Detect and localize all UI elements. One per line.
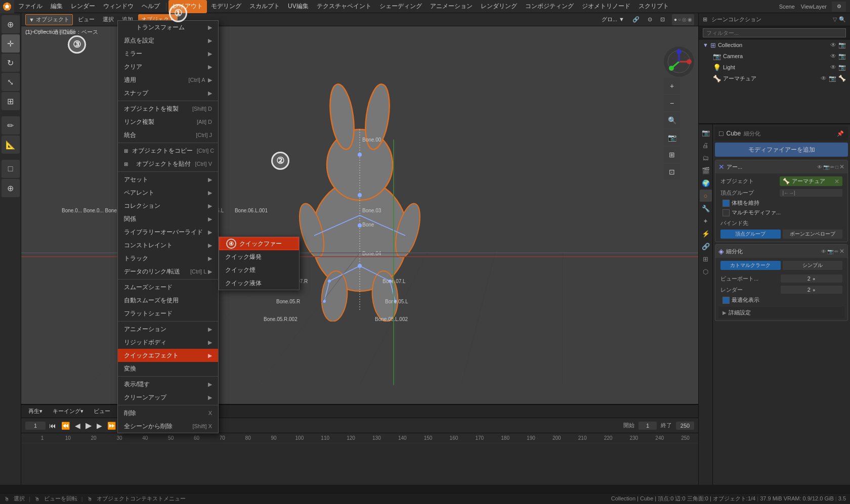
render-engine-selector[interactable]: ⚙ xyxy=(832,2,846,12)
light-visibility-icon[interactable]: 👁 xyxy=(830,64,836,71)
multi-modifier-checkbox[interactable] xyxy=(722,209,730,216)
subdiv-render-btn[interactable]: 📷 xyxy=(827,248,833,255)
workspace-rendering[interactable]: レンダリング xyxy=(477,0,521,13)
armature-modifier-header[interactable]: ✕ アー... 👁 📷 ✏ □ ✕ xyxy=(715,160,847,173)
vp-wireframe[interactable]: ⊡ xyxy=(664,164,680,180)
menu-snap[interactable]: スナップ ▶ xyxy=(118,86,218,100)
workspace-layout[interactable]: レイアウト xyxy=(168,0,207,13)
menu-render[interactable]: レンダー xyxy=(67,0,99,13)
outliner-filter-btn[interactable]: ▽ xyxy=(833,16,837,23)
vp-search[interactable]: 🔍 xyxy=(664,112,680,128)
subdivision-modifier-header[interactable]: ◈ 細分化 👁 📷 ✏ ✕ xyxy=(715,245,847,258)
viewport-snap[interactable]: 🔗 xyxy=(629,14,643,25)
menu-copy-object[interactable]: ⊞ オブジェクトをコピー [Ctrl] C xyxy=(118,144,218,157)
props-tab-constraints[interactable]: 🔗 xyxy=(700,240,712,252)
viewport-global-local[interactable]: グロ... ▼ xyxy=(599,14,627,25)
armature-visibility-icon[interactable]: 👁 xyxy=(821,75,827,82)
props-pin-btn[interactable]: 📌 xyxy=(837,130,844,137)
menu-asset[interactable]: アセット ▶ xyxy=(118,173,218,186)
next-keyframe-btn[interactable]: ⏩ xyxy=(106,422,117,430)
props-tab-scene[interactable]: 🎬 xyxy=(700,164,712,176)
props-tab-world[interactable]: 🌍 xyxy=(700,177,712,189)
subdiv-edit-btn[interactable]: ✏ xyxy=(834,248,838,255)
add-tool[interactable]: ⊕ xyxy=(2,179,20,197)
menu-edit[interactable]: 編集 xyxy=(47,0,67,13)
props-tab-view-layer[interactable]: 🗂 xyxy=(700,152,712,164)
menu-data-link[interactable]: データのリンク/転送 [Ctrl] L ▶ xyxy=(118,265,218,278)
collection-visibility-icon[interactable]: 👁 xyxy=(830,41,836,49)
viewport-menu-view[interactable]: ビュー xyxy=(75,14,98,25)
menu-delete[interactable]: 削除 X xyxy=(118,406,218,420)
prev-frame-btn[interactable]: ◀ xyxy=(73,422,82,430)
props-tab-data[interactable]: ⊞ xyxy=(700,253,712,265)
start-frame-input[interactable]: 1 xyxy=(639,422,657,430)
vertex-group-value[interactable]: |←→| xyxy=(780,189,843,197)
menu-join[interactable]: 統合 [Ctrl] J xyxy=(118,128,218,142)
workspace-geometry[interactable]: ジオメトリノード xyxy=(578,0,634,13)
menu-set-origin[interactable]: 原点を設定 ▶ xyxy=(118,34,218,47)
prev-keyframe-btn[interactable]: ⏪ xyxy=(60,422,71,430)
submenu-quick-smoke[interactable]: クイック煙 xyxy=(219,263,299,277)
outliner-search-input[interactable] xyxy=(703,28,846,37)
workspace-texture[interactable]: テクスチャペイント xyxy=(313,0,375,13)
workspace-shading[interactable]: シェーディング xyxy=(375,0,426,13)
props-tab-output[interactable]: 🖨 xyxy=(700,139,712,151)
menu-animation[interactable]: アニメーション ▶ xyxy=(118,323,218,336)
add-modifier-btn[interactable]: モディファイアーを追加 xyxy=(715,143,848,157)
armature-object-value[interactable]: 🦴 アーマチュア ✕ xyxy=(780,176,843,186)
outliner-camera[interactable]: 📷 Camera 👁 📷 xyxy=(699,51,850,62)
move-tool[interactable]: ✛ xyxy=(2,34,20,53)
timeline-playback-menu[interactable]: 再生▾ xyxy=(25,406,46,417)
jump-start-btn[interactable]: ⏮ xyxy=(48,422,58,430)
mod-realtime-btn[interactable]: 👁 xyxy=(817,163,822,170)
menu-apply[interactable]: 適用 [Ctrl] A ▶ xyxy=(118,73,218,86)
bind-bone-envelope-btn[interactable]: ボーンエンベロープ xyxy=(783,230,843,239)
catmull-clark-btn[interactable]: カトマルクラーク xyxy=(720,261,781,270)
camera-render-icon[interactable]: 📷 xyxy=(838,53,846,60)
render-mode-solid[interactable]: ● xyxy=(674,17,677,22)
add-cube-tool[interactable]: □ xyxy=(2,160,20,178)
menu-auto-smooth[interactable]: 自動スムーズを使用 xyxy=(118,294,218,307)
props-tab-object[interactable]: ○ xyxy=(700,190,712,202)
outliner-search-btn[interactable]: 🔍 xyxy=(839,16,846,23)
current-frame-input[interactable]: 1 xyxy=(25,422,46,430)
preserve-volume-checkbox[interactable] xyxy=(722,200,730,207)
menu-window[interactable]: ウィンドウ xyxy=(99,0,138,13)
menu-delete-all-scenes[interactable]: 全シーンから削除 [Shift] X xyxy=(118,420,218,433)
armature-extra-icon[interactable]: 🦴 xyxy=(838,75,846,82)
viewport-levels-value[interactable]: 2 ● xyxy=(781,274,843,283)
props-tab-render[interactable]: 📷 xyxy=(700,126,712,139)
transform-tool[interactable]: ⊞ xyxy=(2,92,20,110)
viewport-proportional[interactable]: ⊙ xyxy=(645,14,655,25)
vp-frame-all[interactable]: ⊞ xyxy=(664,147,680,163)
workspace-uv[interactable]: UV編集 xyxy=(284,0,313,13)
simple-btn[interactable]: シンプル xyxy=(783,261,843,270)
render-mode-wire[interactable]: ○ xyxy=(678,17,681,22)
props-tab-particle[interactable]: ✦ xyxy=(700,215,712,227)
cursor-tool[interactable]: ⊕ xyxy=(2,15,20,33)
menu-clear[interactable]: クリア ▶ xyxy=(118,60,218,73)
play-btn[interactable]: ▶ xyxy=(84,421,93,430)
props-tab-modifier[interactable]: 🔧 xyxy=(700,202,712,214)
render-levels-value[interactable]: 2 ● xyxy=(781,286,843,294)
collection-render-icon[interactable]: 📷 xyxy=(838,41,846,49)
workspace-sculpt[interactable]: スカルプト xyxy=(245,0,284,13)
menu-link-duplicate[interactable]: リンク複製 [Alt] D xyxy=(118,115,218,128)
outliner-collection[interactable]: ▼ ⊞ Collection 👁 📷 xyxy=(699,39,850,51)
render-mode-rendered[interactable]: ◉ xyxy=(688,17,692,22)
menu-smooth-shade[interactable]: スムーズシェード xyxy=(118,281,218,294)
optimal-display-checkbox[interactable] xyxy=(722,297,730,304)
props-tab-physics[interactable]: ⚡ xyxy=(700,227,712,240)
viewport-transform-pivot[interactable]: ⊡ xyxy=(657,14,668,25)
workspace-script[interactable]: スクリプト xyxy=(634,0,673,13)
menu-track[interactable]: トラック ▶ xyxy=(118,252,218,265)
menu-cleanup[interactable]: クリーンアップ ▶ xyxy=(118,391,218,404)
menu-constraint[interactable]: コンストレイント ▶ xyxy=(118,239,218,252)
menu-rigid-body[interactable]: リジッドボディ ▶ xyxy=(118,336,218,349)
detail-settings-toggle[interactable]: ▶ 詳細設定 xyxy=(718,307,844,318)
menu-paste-object[interactable]: ⊞ オブジェクトを貼付 [Ctrl] V xyxy=(118,157,218,170)
menu-convert[interactable]: 変換 xyxy=(118,362,218,375)
vp-zoom-out[interactable]: − xyxy=(664,95,680,111)
mod-cage-btn[interactable]: □ xyxy=(835,163,838,170)
menu-quick-effects[interactable]: クイックエフェクト ▶ xyxy=(118,349,218,362)
